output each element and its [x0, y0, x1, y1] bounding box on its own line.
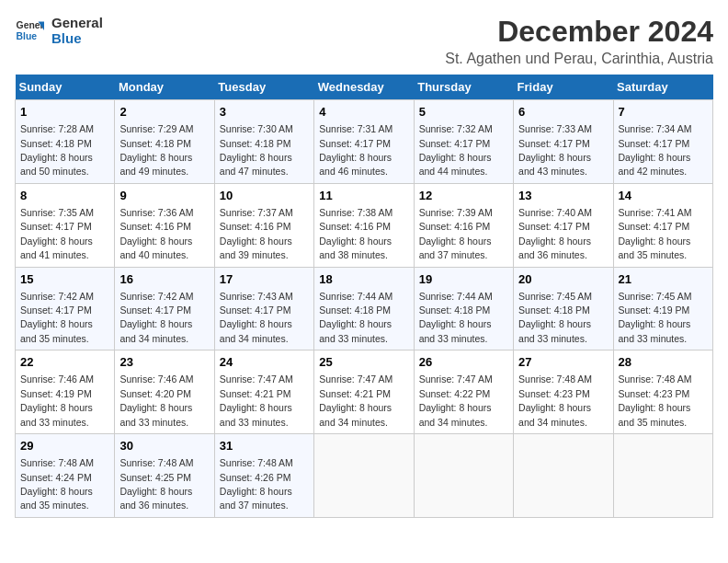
- calendar-cell: 1Sunrise: 7:28 AM Sunset: 4:18 PM Daylig…: [16, 100, 115, 184]
- calendar-cell: 9Sunrise: 7:36 AM Sunset: 4:16 PM Daylig…: [115, 183, 214, 267]
- calendar-cell: 12Sunrise: 7:39 AM Sunset: 4:16 PM Dayli…: [414, 183, 513, 267]
- day-detail: Sunrise: 7:33 AM Sunset: 4:17 PM Dayligh…: [518, 123, 592, 177]
- calendar-cell: 15Sunrise: 7:42 AM Sunset: 4:17 PM Dayli…: [16, 267, 115, 350]
- day-detail: Sunrise: 7:37 AM Sunset: 4:16 PM Dayligh…: [220, 207, 293, 260]
- calendar-cell: 14Sunrise: 7:41 AM Sunset: 4:17 PM Dayli…: [613, 183, 712, 267]
- day-number: 7: [619, 104, 708, 121]
- day-number: 9: [119, 188, 209, 204]
- calendar-cell: 8Sunrise: 7:35 AM Sunset: 4:17 PM Daylig…: [16, 183, 115, 267]
- calendar-cell: 25Sunrise: 7:47 AM Sunset: 4:21 PM Dayli…: [314, 350, 414, 434]
- logo-line2: Blue: [51, 30, 103, 46]
- day-number: 3: [220, 104, 309, 121]
- calendar-cell: 30Sunrise: 7:48 AM Sunset: 4:25 PM Dayli…: [115, 434, 214, 518]
- week-row-4: 22Sunrise: 7:46 AM Sunset: 4:19 PM Dayli…: [16, 350, 713, 434]
- day-number: 8: [20, 188, 109, 204]
- day-number: 26: [419, 354, 508, 371]
- calendar-table: SundayMondayTuesdayWednesdayThursdayFrid…: [15, 75, 713, 518]
- day-detail: Sunrise: 7:47 AM Sunset: 4:21 PM Dayligh…: [319, 373, 392, 427]
- calendar-cell: 2Sunrise: 7:29 AM Sunset: 4:18 PM Daylig…: [115, 100, 214, 184]
- day-number: 29: [20, 438, 109, 454]
- day-detail: Sunrise: 7:47 AM Sunset: 4:22 PM Dayligh…: [419, 373, 493, 427]
- day-number: 15: [20, 271, 109, 288]
- calendar-cell: 11Sunrise: 7:38 AM Sunset: 4:16 PM Dayli…: [314, 183, 414, 267]
- week-row-3: 15Sunrise: 7:42 AM Sunset: 4:17 PM Dayli…: [16, 267, 713, 350]
- day-detail: Sunrise: 7:40 AM Sunset: 4:17 PM Dayligh…: [518, 207, 592, 260]
- calendar-cell: 29Sunrise: 7:48 AM Sunset: 4:24 PM Dayli…: [16, 434, 115, 518]
- calendar-body: 1Sunrise: 7:28 AM Sunset: 4:18 PM Daylig…: [16, 100, 713, 518]
- day-number: 5: [419, 104, 508, 121]
- calendar-cell: 23Sunrise: 7:46 AM Sunset: 4:20 PM Dayli…: [115, 350, 214, 434]
- day-number: 25: [319, 354, 408, 371]
- calendar-cell: 31Sunrise: 7:48 AM Sunset: 4:26 PM Dayli…: [214, 434, 313, 518]
- calendar-cell: 13Sunrise: 7:40 AM Sunset: 4:17 PM Dayli…: [514, 183, 613, 267]
- day-header-sunday: Sunday: [16, 75, 115, 100]
- day-detail: Sunrise: 7:42 AM Sunset: 4:17 PM Dayligh…: [20, 291, 94, 344]
- day-number: 1: [20, 104, 109, 121]
- logo-line1: General: [51, 15, 103, 30]
- week-row-1: 1Sunrise: 7:28 AM Sunset: 4:18 PM Daylig…: [16, 100, 713, 184]
- calendar-cell: [314, 434, 414, 518]
- day-number: 10: [220, 188, 309, 204]
- day-detail: Sunrise: 7:44 AM Sunset: 4:18 PM Dayligh…: [419, 291, 493, 344]
- calendar-cell: [414, 434, 513, 518]
- day-detail: Sunrise: 7:46 AM Sunset: 4:20 PM Dayligh…: [119, 373, 193, 427]
- day-detail: Sunrise: 7:30 AM Sunset: 4:18 PM Dayligh…: [220, 123, 293, 177]
- day-detail: Sunrise: 7:35 AM Sunset: 4:17 PM Dayligh…: [20, 207, 94, 260]
- day-detail: Sunrise: 7:34 AM Sunset: 4:17 PM Dayligh…: [619, 123, 692, 177]
- day-detail: Sunrise: 7:48 AM Sunset: 4:24 PM Dayligh…: [20, 457, 94, 511]
- day-detail: Sunrise: 7:45 AM Sunset: 4:19 PM Dayligh…: [619, 291, 692, 344]
- day-detail: Sunrise: 7:41 AM Sunset: 4:17 PM Dayligh…: [619, 207, 692, 260]
- day-header-saturday: Saturday: [613, 75, 712, 100]
- calendar-cell: 22Sunrise: 7:46 AM Sunset: 4:19 PM Dayli…: [16, 350, 115, 434]
- day-detail: Sunrise: 7:28 AM Sunset: 4:18 PM Dayligh…: [20, 123, 94, 177]
- day-detail: Sunrise: 7:43 AM Sunset: 4:17 PM Dayligh…: [220, 291, 293, 344]
- day-detail: Sunrise: 7:47 AM Sunset: 4:21 PM Dayligh…: [220, 373, 293, 427]
- day-detail: Sunrise: 7:48 AM Sunset: 4:26 PM Dayligh…: [220, 457, 293, 511]
- day-number: 12: [419, 188, 508, 204]
- week-row-2: 8Sunrise: 7:35 AM Sunset: 4:17 PM Daylig…: [16, 183, 713, 267]
- day-number: 18: [319, 271, 408, 288]
- day-detail: Sunrise: 7:31 AM Sunset: 4:17 PM Dayligh…: [319, 123, 392, 177]
- day-number: 17: [220, 271, 309, 288]
- day-number: 22: [20, 354, 109, 371]
- calendar-cell: 20Sunrise: 7:45 AM Sunset: 4:18 PM Dayli…: [514, 267, 613, 350]
- day-number: 13: [518, 188, 608, 204]
- day-detail: Sunrise: 7:48 AM Sunset: 4:23 PM Dayligh…: [619, 373, 692, 427]
- calendar-cell: 16Sunrise: 7:42 AM Sunset: 4:17 PM Dayli…: [115, 267, 214, 350]
- day-detail: Sunrise: 7:48 AM Sunset: 4:23 PM Dayligh…: [518, 373, 592, 427]
- day-header-monday: Monday: [115, 75, 214, 100]
- calendar-cell: 21Sunrise: 7:45 AM Sunset: 4:19 PM Dayli…: [613, 267, 712, 350]
- day-number: 6: [518, 104, 608, 121]
- day-number: 30: [119, 438, 209, 454]
- title-area: December 2024 St. Agathen und Perau, Car…: [445, 15, 713, 67]
- day-detail: Sunrise: 7:29 AM Sunset: 4:18 PM Dayligh…: [119, 123, 193, 177]
- day-number: 11: [319, 188, 408, 204]
- day-detail: Sunrise: 7:36 AM Sunset: 4:16 PM Dayligh…: [119, 207, 193, 260]
- calendar-cell: [514, 434, 613, 518]
- calendar-cell: 5Sunrise: 7:32 AM Sunset: 4:17 PM Daylig…: [414, 100, 513, 184]
- day-header-friday: Friday: [514, 75, 613, 100]
- calendar-cell: 27Sunrise: 7:48 AM Sunset: 4:23 PM Dayli…: [514, 350, 613, 434]
- day-number: 19: [419, 271, 508, 288]
- day-detail: Sunrise: 7:48 AM Sunset: 4:25 PM Dayligh…: [119, 457, 193, 511]
- day-number: 16: [119, 271, 209, 288]
- day-number: 20: [518, 271, 608, 288]
- header: General Blue General Blue December 2024 …: [15, 15, 713, 67]
- day-detail: Sunrise: 7:45 AM Sunset: 4:18 PM Dayligh…: [518, 291, 592, 344]
- logo: General Blue General Blue: [15, 15, 103, 46]
- day-header-thursday: Thursday: [414, 75, 513, 100]
- svg-text:Blue: Blue: [17, 31, 38, 41]
- calendar-cell: 3Sunrise: 7:30 AM Sunset: 4:18 PM Daylig…: [214, 100, 313, 184]
- calendar-header-row: SundayMondayTuesdayWednesdayThursdayFrid…: [16, 75, 713, 100]
- week-row-5: 29Sunrise: 7:48 AM Sunset: 4:24 PM Dayli…: [16, 434, 713, 518]
- logo-icon: General Blue: [15, 16, 44, 45]
- calendar-subtitle: St. Agathen und Perau, Carinthia, Austri…: [445, 51, 713, 67]
- calendar-cell: 26Sunrise: 7:47 AM Sunset: 4:22 PM Dayli…: [414, 350, 513, 434]
- calendar-title: December 2024: [445, 15, 713, 49]
- day-detail: Sunrise: 7:42 AM Sunset: 4:17 PM Dayligh…: [119, 291, 193, 344]
- day-number: 21: [619, 271, 708, 288]
- day-number: 4: [319, 104, 408, 121]
- day-number: 24: [220, 354, 309, 371]
- day-number: 14: [619, 188, 708, 204]
- day-header-tuesday: Tuesday: [214, 75, 313, 100]
